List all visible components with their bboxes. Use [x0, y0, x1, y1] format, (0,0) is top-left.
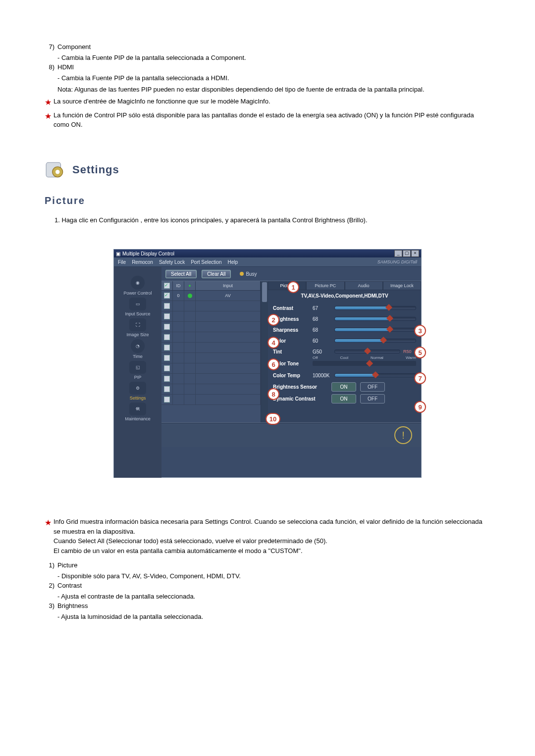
- table-row[interactable]: [161, 384, 261, 395]
- sidebar-item-maintenance[interactable]: 🛠 Maintenance: [118, 403, 158, 421]
- sidebar-item-power-control[interactable]: ◉ Power Control: [118, 276, 158, 296]
- row-checkbox[interactable]: [164, 376, 170, 382]
- brightness-sensor-on[interactable]: ON: [331, 382, 356, 392]
- grid-scrollbar[interactable]: [261, 281, 268, 422]
- menu-port-selection[interactable]: Port Selection: [191, 259, 221, 265]
- menu-remocon[interactable]: Remocon: [132, 259, 153, 265]
- row-checkbox[interactable]: [164, 293, 170, 299]
- section-heading: Settings: [45, 159, 490, 180]
- row-checkbox[interactable]: [164, 334, 170, 340]
- note-text: Nota: Algunas de las fuentes PIP pueden …: [57, 85, 490, 95]
- select-all-button[interactable]: Select All: [165, 270, 197, 278]
- callout-9: 9: [414, 401, 426, 413]
- row-id: [173, 301, 184, 311]
- row-checkbox[interactable]: [164, 397, 170, 403]
- brightness-sensor-off[interactable]: OFF: [360, 382, 385, 392]
- row-input: [196, 322, 261, 332]
- color-temp-label: Color Temp: [273, 373, 310, 378]
- brightness-slider[interactable]: [334, 317, 416, 321]
- brightness-sensor-row: Brightness Sensor ON OFF: [268, 381, 421, 393]
- alert-icon: !: [394, 426, 412, 444]
- table-row[interactable]: [161, 343, 261, 353]
- table-row[interactable]: [161, 311, 261, 322]
- intro-text: Haga clic en Configuración , entre los i…: [61, 216, 367, 224]
- sharpness-row: Sharpness68: [268, 324, 421, 335]
- row-input: [196, 363, 261, 373]
- color-temp-slider[interactable]: [334, 373, 416, 377]
- list-desc: - Ajusta el contraste de la pantalla sel…: [57, 592, 490, 602]
- row-checkbox[interactable]: [164, 386, 170, 392]
- grid-head-check[interactable]: [161, 281, 173, 290]
- close-button[interactable]: ×: [411, 250, 419, 257]
- row-checkbox[interactable]: [164, 355, 170, 361]
- row-checkbox[interactable]: [164, 345, 170, 351]
- callout-5: 5: [414, 347, 426, 358]
- statusbar: !: [161, 423, 421, 447]
- dynamic-contrast-row: Dynamic Contrast ON OFF: [268, 393, 421, 404]
- sidebar-item-time[interactable]: ◔ Time: [118, 339, 158, 359]
- row-input: AV: [196, 291, 261, 301]
- table-row[interactable]: [161, 353, 261, 363]
- minimize-button[interactable]: _: [394, 250, 402, 257]
- image-size-icon: ⛶: [129, 318, 146, 331]
- busy-dot-icon: [240, 272, 244, 276]
- table-row[interactable]: [161, 332, 261, 343]
- maximize-button[interactable]: ▢: [403, 250, 411, 257]
- row-checkbox[interactable]: [164, 365, 170, 371]
- bottom-item-3: 3) Brightness: [45, 601, 490, 611]
- row-id: [173, 322, 184, 332]
- row-status: [184, 322, 196, 332]
- clear-all-button[interactable]: Clear All: [202, 270, 231, 278]
- grid-head-input[interactable]: Input: [196, 281, 261, 290]
- menu-file[interactable]: File: [118, 259, 126, 265]
- list-number: 2): [45, 581, 54, 591]
- toolbar: Select All Clear All Busy: [161, 267, 421, 281]
- row-checkbox[interactable]: [164, 324, 170, 330]
- table-row[interactable]: [161, 363, 261, 374]
- tab-image-lock[interactable]: Image Lock: [383, 281, 421, 290]
- table-row[interactable]: [161, 395, 261, 405]
- row-checkbox[interactable]: [164, 313, 170, 319]
- row-status: [184, 353, 196, 363]
- sidebar-item-settings[interactable]: ⚙ Settings: [118, 382, 158, 401]
- sidebar-item-pip[interactable]: ◱ PIP: [118, 361, 158, 380]
- menu-safety-lock[interactable]: Safety Lock: [159, 259, 185, 265]
- menu-help[interactable]: Help: [227, 259, 238, 265]
- callout-7: 7: [414, 372, 426, 384]
- pip-icon: ◱: [129, 361, 146, 374]
- time-icon: ◔: [131, 339, 145, 353]
- star-icon: ★: [45, 110, 54, 122]
- list-item-8: 8) HDMI: [45, 62, 490, 72]
- table-row[interactable]: [161, 301, 261, 311]
- dynamic-contrast-on[interactable]: ON: [331, 394, 356, 403]
- sharpness-slider[interactable]: [334, 328, 416, 332]
- row-status: [184, 363, 196, 373]
- grid-head-id[interactable]: ID: [173, 281, 184, 290]
- menubar: File Remocon Safety Lock Port Selection …: [114, 257, 421, 267]
- list-number: 7): [45, 42, 54, 52]
- settings-icon: ⚙: [129, 382, 146, 395]
- tint-slider[interactable]: [334, 350, 400, 353]
- list-number: 3): [45, 601, 54, 611]
- sidebar-item-input-source[interactable]: ▭ Input Source: [118, 298, 158, 316]
- intro-number: 1.: [54, 216, 60, 224]
- contrast-slider[interactable]: [334, 306, 416, 310]
- color-tone-slider[interactable]: Off Cool Normal Warm: [313, 361, 416, 366]
- contrast-row: Contrast67: [268, 302, 421, 313]
- list-desc: - Ajusta la luminosidad de la pantalla s…: [57, 612, 490, 622]
- list-desc: - Disponible sólo para TV, AV, S-Video, …: [57, 571, 490, 581]
- tab-audio[interactable]: Audio: [345, 281, 383, 290]
- sidebar-item-image-size[interactable]: ⛶ Image Size: [118, 318, 158, 337]
- brightness-value: 68: [313, 316, 331, 322]
- table-row[interactable]: [161, 322, 261, 332]
- callout-2: 2: [268, 314, 279, 326]
- row-checkbox[interactable]: [164, 303, 170, 309]
- tab-picture-pc[interactable]: Picture PC: [306, 281, 344, 290]
- table-row[interactable]: [161, 374, 261, 384]
- table-row[interactable]: 0AV: [161, 291, 261, 301]
- dynamic-contrast-off[interactable]: OFF: [360, 394, 385, 403]
- star-line-1: Info Grid muestra información básica nec…: [54, 517, 490, 536]
- color-slider[interactable]: [334, 339, 416, 343]
- row-input: [196, 384, 261, 394]
- grid-head-status[interactable]: ●: [184, 281, 196, 290]
